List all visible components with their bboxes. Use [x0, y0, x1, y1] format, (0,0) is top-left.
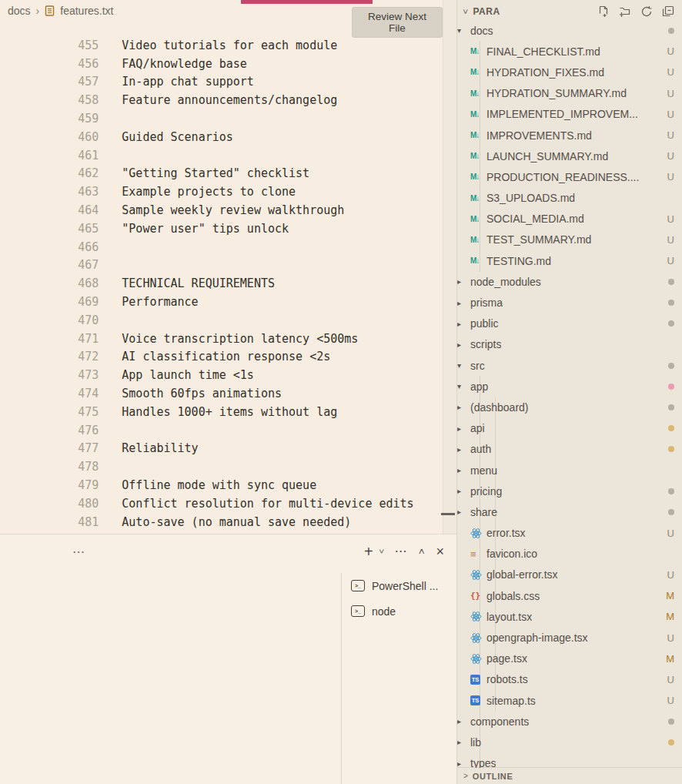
item-label: node_modules: [470, 276, 541, 288]
explorer-item[interactable]: M↓ TEST_SUMMARY.md U: [457, 230, 682, 250]
code-area[interactable]: 455Video tutorials for each module 456FA…: [0, 18, 443, 531]
explorer-item[interactable]: M↓ HYDRATION_SUMMARY.md U: [457, 83, 682, 104]
explorer-actions: [597, 5, 674, 18]
tree-chevron-icon: [457, 738, 470, 746]
explorer-item[interactable]: M↓ opengraph-image.tsx U: [457, 627, 682, 648]
react-icon: [470, 632, 482, 644]
explorer-item[interactable]: M↓ menu: [457, 460, 682, 481]
explorer-item[interactable]: M↓ error.tsx U: [457, 523, 682, 544]
explorer-item[interactable]: M↓ TESTING.md U: [457, 250, 682, 271]
breadcrumb-folder[interactable]: docs: [8, 5, 31, 17]
explorer-item[interactable]: M↓ lib: [457, 732, 682, 752]
explorer-item[interactable]: M↓ globals.css M: [457, 585, 682, 606]
outline-title: OUTLINE: [473, 772, 513, 781]
line-number: 468: [69, 275, 99, 293]
markdown-icon: M↓: [470, 89, 479, 98]
line-number: 481: [69, 514, 99, 532]
line-number: 470: [69, 312, 99, 330]
explorer-item[interactable]: M↓ src: [457, 355, 682, 376]
explorer-item[interactable]: M↓ PRODUCTION_READINESS.... U: [457, 166, 682, 187]
explorer-item[interactable]: M↓ layout.tsx M: [457, 606, 682, 627]
close-panel-icon[interactable]: ×: [436, 544, 444, 558]
scrollbar-handle[interactable]: [441, 513, 455, 515]
vscode-window: 455Video tutorials for each module 456FA…: [0, 0, 682, 784]
file-type-icon: M↓: [470, 47, 486, 55]
explorer-item[interactable]: M↓ IMPLEMENTED_IMPROVEM... U: [457, 104, 682, 125]
explorer-item[interactable]: M↓ docs: [457, 20, 682, 41]
explorer-item[interactable]: M↓ types: [457, 753, 682, 768]
file-tree: M↓ docs M↓: [457, 20, 682, 768]
item-label: TEST_SUMMARY.md: [486, 233, 591, 246]
explorer-item[interactable]: M↓ public: [457, 313, 682, 334]
editor-pane: 455Video tutorials for each module 456FA…: [0, 0, 443, 534]
explorer-item[interactable]: M↓ (dashboard): [457, 397, 682, 417]
new-folder-icon[interactable]: [619, 5, 631, 18]
line-number: 465: [69, 220, 99, 239]
explorer-item[interactable]: M↓ node_modules: [457, 271, 682, 292]
terminal-line: [6, 779, 339, 784]
explorer-item[interactable]: M↓ auth: [457, 439, 682, 460]
explorer-item[interactable]: M↓ app: [457, 376, 682, 397]
more-tabs-icon[interactable]: ⋯: [72, 544, 85, 559]
markdown-icon: M↓: [470, 194, 479, 203]
line-text: AI classification response <2s: [99, 350, 330, 364]
react-icon: [470, 528, 482, 539]
explorer-item[interactable]: M↓ S3_UPLOADS.md: [457, 188, 682, 209]
collapse-all-icon[interactable]: [662, 5, 674, 18]
explorer-item[interactable]: M↓ scripts: [457, 334, 682, 355]
line-text: "Getting Started" checklist: [99, 166, 309, 180]
markdown-icon: M↓: [470, 110, 479, 119]
explorer-item[interactable]: M↓ page.tsx M: [457, 648, 682, 669]
explorer-item[interactable]: M↓ FINAL_CHECKLIST.md U: [457, 41, 682, 62]
editor-scrollbar[interactable]: [443, 0, 457, 534]
terminal-session[interactable]: node: [342, 598, 456, 624]
explorer-item[interactable]: M↓ global-error.tsx U: [457, 565, 682, 585]
explorer-item[interactable]: M↓ components: [457, 711, 682, 732]
terminal-output[interactable]: [6, 575, 339, 784]
explorer-item[interactable]: M↓ share: [457, 501, 682, 522]
explorer-item[interactable]: M↓ api: [457, 418, 682, 439]
line-number: 460: [69, 129, 99, 147]
file-type-icon: M↓: [470, 653, 486, 665]
tree-chevron-icon: [457, 277, 470, 286]
new-terminal-button[interactable]: +: [364, 544, 373, 559]
line-number: 473: [69, 367, 99, 385]
explorer-item[interactable]: M↓ sitemap.ts U: [457, 690, 682, 711]
launch-profile-dropdown-icon[interactable]: >: [377, 549, 385, 554]
git-status-badge: U: [667, 569, 674, 581]
explorer-item[interactable]: M↓ robots.ts U: [457, 669, 682, 690]
modified-dot: [668, 509, 674, 515]
line-number: 478: [69, 458, 99, 477]
file-type-icon: M↓: [470, 194, 486, 203]
panel-more-actions-icon[interactable]: ⋯: [394, 545, 407, 558]
item-label: favicon.ico: [486, 548, 537, 560]
explorer-item[interactable]: M↓ LAUNCH_SUMMARY.md U: [457, 146, 682, 166]
explorer-item[interactable]: M↓ pricing: [457, 481, 682, 501]
terminal-icon: [351, 605, 365, 617]
maximize-panel-icon[interactable]: >: [417, 548, 426, 554]
explorer-item[interactable]: M↓ SOCIAL_MEDIA.md U: [457, 209, 682, 230]
line-number: 464: [69, 202, 99, 220]
line-text: [99, 460, 122, 474]
terminal-session[interactable]: PowerShell ...: [342, 573, 456, 598]
modified-dot: [668, 739, 674, 745]
line-text: [99, 112, 122, 126]
project-title[interactable]: PARA: [473, 6, 597, 17]
breadcrumb-file[interactable]: features.txt: [60, 5, 113, 17]
modified-dot: [668, 363, 674, 369]
review-next-file-button[interactable]: Review Next File: [352, 7, 443, 38]
active-tab-indicator: [241, 0, 373, 4]
text-file-icon: [45, 5, 55, 16]
explorer-item[interactable]: M↓ prisma: [457, 292, 682, 313]
git-status-badge: U: [667, 45, 674, 57]
refresh-icon[interactable]: [640, 5, 653, 18]
explorer-item[interactable]: M↓ HYDRATION_FIXES.md U: [457, 62, 682, 82]
terminal-icon: [351, 580, 365, 591]
git-status-badge: U: [667, 674, 674, 685]
explorer-item[interactable]: M↓ IMPROVEMENTS.md U: [457, 125, 682, 146]
chevron-down-icon[interactable]: >: [461, 9, 470, 14]
outline-section-header[interactable]: > OUTLINE: [457, 767, 682, 784]
tree-chevron-icon: [457, 508, 470, 516]
new-file-icon[interactable]: [597, 5, 610, 18]
explorer-item[interactable]: M↓ favicon.ico: [457, 544, 682, 565]
